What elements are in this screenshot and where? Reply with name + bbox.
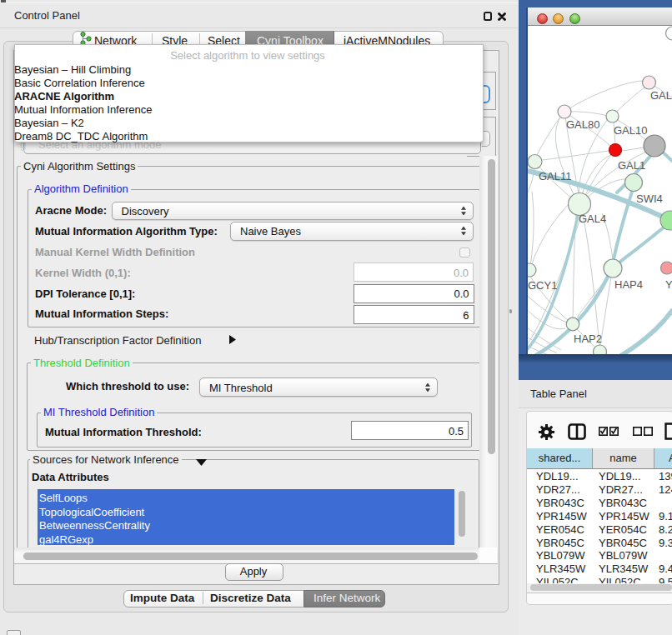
svg-text:YM: YM (665, 278, 672, 291)
svg-text:GCY1: GCY1 (528, 279, 557, 292)
svg-text:GAL10: GAL10 (614, 124, 647, 137)
svg-text:GAL1: GAL1 (618, 159, 645, 172)
svg-text:HAP2: HAP2 (574, 332, 602, 345)
svg-text:GAL7: GAL7 (650, 89, 672, 102)
svg-text:GAL80: GAL80 (566, 118, 599, 131)
svg-text:SWI4: SWI4 (636, 192, 663, 205)
svg-text:GAL4: GAL4 (579, 212, 606, 225)
svg-text:HAP4: HAP4 (614, 278, 643, 291)
svg-text:GAL11: GAL11 (539, 170, 572, 182)
